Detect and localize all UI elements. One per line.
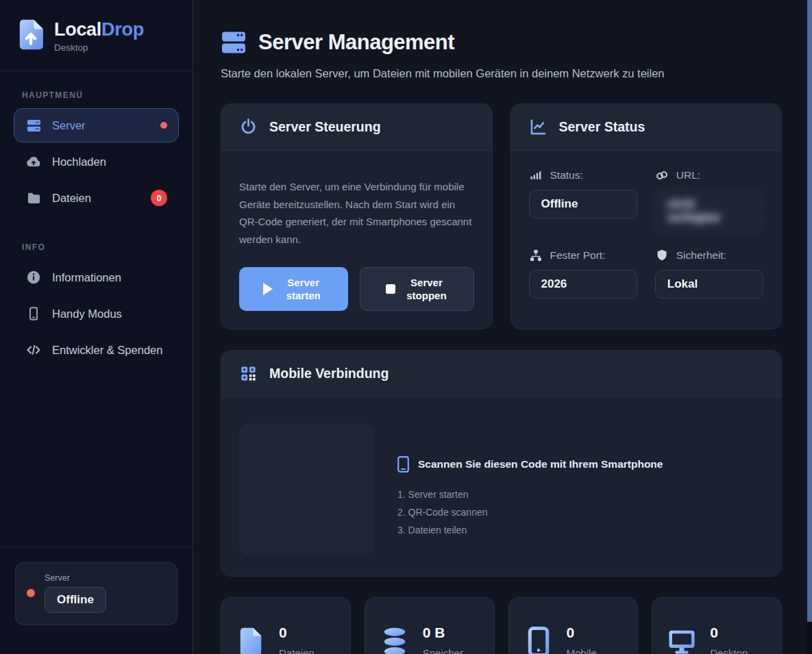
mobile-card-header: Mobile Verbindung: [221, 351, 781, 397]
smartphone-icon: [397, 456, 409, 473]
sidebar-item-handy-modus[interactable]: Handy Modus: [14, 297, 179, 331]
stop-icon: [386, 284, 395, 294]
play-icon: [263, 283, 273, 295]
control-card-title: Server Steuerung: [269, 119, 381, 135]
server-status-dot: [160, 122, 167, 129]
network-icon: [529, 249, 543, 262]
stat-label: Mobile: [567, 647, 597, 654]
scrollbar-thumb[interactable]: [807, 0, 812, 622]
database-icon: [380, 627, 409, 654]
code-icon: [25, 342, 42, 358]
stat-label: Dateien: [279, 647, 315, 654]
step-3: 3. Dateien teilen: [397, 525, 663, 536]
step-2: 2. QR-Code scannen: [397, 507, 663, 518]
link-icon: [655, 168, 669, 182]
app-title: LocalDrop: [54, 19, 144, 40]
page-title: Server Management: [258, 30, 454, 55]
server-status-card: Server Offline: [15, 562, 177, 625]
shield-icon: [655, 249, 669, 262]
server-status-card: Server Status Status: Offline: [510, 103, 783, 329]
control-card-header: Server Steuerung: [221, 104, 492, 151]
sidebar-item-dateien[interactable]: Dateien 0: [14, 181, 179, 215]
smartphone-icon: [524, 627, 553, 654]
qr-code-icon: [239, 364, 258, 383]
sidebar-item-label: Entwickler & Spenden: [52, 344, 162, 357]
stat-card-dateien: 0 Dateien: [221, 597, 351, 654]
file-icon: [236, 627, 265, 654]
stat-value: 0: [710, 625, 748, 641]
stat-card-mobile: 0 Mobile: [508, 597, 639, 654]
offline-status-dot: [27, 589, 35, 597]
sidebar-item-entwickler-spenden[interactable]: Entwickler & Spenden: [14, 333, 179, 367]
app-logo: LocalDrop Desktop: [0, 0, 193, 71]
sidebar: LocalDrop Desktop HAUPTMENÜ Server: [0, 0, 193, 654]
sidebar-nav: HAUPTMENÜ Server Hochladen: [0, 71, 193, 546]
folder-icon: [25, 190, 42, 206]
sidebar-item-label: Dateien: [52, 192, 91, 205]
page-header: Server Management: [221, 30, 782, 55]
sidebar-item-label: Handy Modus: [52, 307, 122, 320]
start-server-button[interactable]: Server starten: [239, 267, 348, 311]
security-field: Sicherheit: Lokal: [655, 249, 763, 299]
signal-icon: [529, 168, 543, 182]
footer-status-badge: Offline: [45, 587, 106, 613]
power-icon: [239, 118, 258, 136]
server-control-card: Server Steuerung Starte den Server, um e…: [221, 103, 493, 329]
step-1: 1. Server starten: [397, 489, 663, 500]
dateien-count-badge: 0: [151, 190, 167, 206]
scan-heading: Scannen Sie diesen Code mit Ihrem Smartp…: [397, 456, 663, 473]
mobile-connection-card: Mobile Verbindung Scannen Sie diesen Cod…: [221, 350, 782, 577]
server-icon: [221, 31, 247, 54]
cloud-upload-icon: [25, 153, 42, 170]
info-icon: [25, 269, 42, 286]
monitor-icon: [667, 627, 696, 654]
qr-code-placeholder: [239, 423, 374, 555]
scrollbar-track[interactable]: [807, 0, 812, 654]
main-content: Server Management Starte den lokalen Ser…: [193, 0, 812, 654]
status-card-title: Server Status: [559, 119, 645, 135]
stat-value: 0: [567, 625, 597, 641]
stat-label: Desktop: [710, 647, 748, 654]
stats-row: 0 Dateien 0 B Speicher: [221, 597, 782, 654]
port-value: 2026: [529, 270, 637, 299]
stat-label: Speicher: [423, 647, 463, 654]
status-field: Status: Offline: [529, 168, 637, 232]
page-subtitle: Starte den lokalen Server, um Dateien mi…: [221, 67, 782, 80]
smartphone-icon: [25, 305, 42, 322]
stat-value: 0: [279, 625, 315, 641]
instruction-steps: 1. Server starten 2. QR-Code scannen 3. …: [397, 489, 663, 536]
stat-card-desktop: 0 Desktop: [652, 597, 782, 654]
section-label-hauptmenu: HAUPTMENÜ: [22, 90, 171, 100]
stat-value: 0 B: [423, 625, 463, 641]
url-value-redacted: nicht verfügbar: [655, 190, 763, 232]
footer-server-label: Server: [45, 573, 106, 583]
line-chart-icon: [529, 118, 548, 136]
port-field: Fester Port: 2026: [529, 249, 637, 299]
sidebar-item-server[interactable]: Server: [14, 108, 179, 142]
url-field: URL: nicht verfügbar: [655, 168, 763, 232]
sidebar-item-label: Informationen: [52, 271, 121, 284]
server-icon: [25, 117, 42, 134]
sidebar-item-label: Server: [52, 119, 86, 132]
sidebar-footer: Server Offline: [0, 546, 193, 654]
security-value: Lokal: [655, 270, 763, 299]
section-label-info: INFO: [22, 242, 171, 252]
status-value: Offline: [529, 190, 637, 218]
mobile-card-title: Mobile Verbindung: [269, 366, 389, 381]
sidebar-item-label: Hochladen: [52, 155, 106, 168]
sidebar-item-hochladen[interactable]: Hochladen: [14, 144, 179, 179]
control-description: Starte den Server, um eine Verbindung fü…: [239, 178, 474, 248]
upload-file-logo-icon: [16, 19, 45, 51]
stop-server-button[interactable]: Server stoppen: [360, 267, 473, 311]
app-subtitle: Desktop: [54, 42, 144, 53]
status-card-header: Server Status: [511, 104, 782, 151]
sidebar-item-informationen[interactable]: Informationen: [14, 260, 179, 294]
stat-card-speicher: 0 B Speicher: [365, 597, 495, 654]
